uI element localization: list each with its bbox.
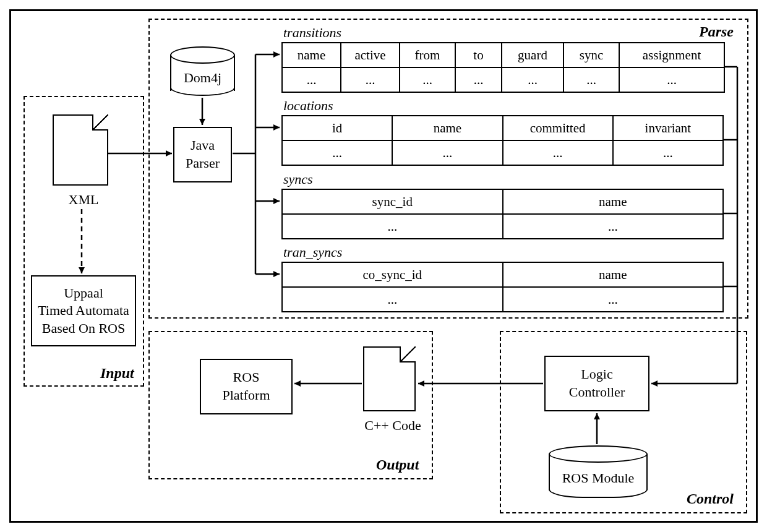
- th: name: [392, 116, 502, 140]
- th: sync_id: [282, 189, 503, 214]
- th: co_sync_id: [282, 262, 503, 287]
- syncs-title: syncs: [283, 171, 313, 187]
- uppaal-line2: Timed Automata: [38, 302, 129, 320]
- ros-platform-node: ROS Platform: [200, 359, 293, 414]
- th: guard: [502, 43, 563, 67]
- td: ...: [619, 67, 724, 92]
- td: ...: [400, 67, 455, 92]
- logic-controller-node: Logic Controller: [544, 356, 649, 411]
- region-output-label: Output: [376, 457, 419, 473]
- locations-table: id name committed invariant ... ... ... …: [281, 115, 724, 166]
- td: ...: [503, 287, 724, 312]
- ros-platform-l2: Platform: [223, 387, 270, 405]
- xml-file-icon: [53, 114, 108, 186]
- th: invariant: [613, 116, 723, 140]
- dom4j-db-icon: Dom4j: [170, 46, 235, 96]
- td: ...: [502, 67, 563, 92]
- th: name: [282, 43, 341, 67]
- th: to: [455, 43, 502, 67]
- logic-l1: Logic: [581, 366, 612, 384]
- dom4j-label: Dom4j: [170, 70, 235, 86]
- td: ...: [282, 287, 503, 312]
- th: from: [400, 43, 455, 67]
- logic-l2: Controller: [569, 384, 625, 401]
- transitions-table: name active from to guard sync assignmen…: [281, 42, 725, 93]
- locations-title: locations: [283, 98, 333, 114]
- td: ...: [282, 67, 341, 92]
- th: id: [282, 116, 392, 140]
- th: sync: [563, 43, 619, 67]
- th: name: [503, 262, 724, 287]
- td: ...: [455, 67, 502, 92]
- tran-syncs-table: co_sync_id name ... ...: [281, 262, 724, 312]
- td: ...: [563, 67, 619, 92]
- th: assignment: [619, 43, 724, 67]
- td: ...: [282, 214, 503, 239]
- java-parser-l2: Parser: [186, 155, 220, 173]
- cpp-label: C++ Code: [359, 418, 427, 434]
- td: ...: [282, 140, 392, 165]
- td: ...: [392, 140, 502, 165]
- td: ...: [503, 214, 724, 239]
- ros-module-db-icon: ROS Module: [549, 445, 648, 498]
- uppaal-line1: Uppaal: [64, 285, 103, 302]
- ros-platform-l1: ROS: [233, 369, 260, 387]
- th: committed: [503, 116, 613, 140]
- th: name: [503, 189, 724, 214]
- td: ...: [613, 140, 723, 165]
- xml-label: XML: [65, 192, 102, 208]
- td: ...: [341, 67, 400, 92]
- ros-module-label: ROS Module: [549, 470, 648, 486]
- td: ...: [503, 140, 613, 165]
- region-parse-label: Parse: [699, 24, 734, 40]
- region-control-label: Control: [687, 491, 734, 507]
- uppaal-line3: Based On ROS: [42, 320, 125, 338]
- cpp-file-icon: [363, 346, 416, 411]
- region-input-label: Input: [100, 365, 134, 382]
- uppaal-node: Uppaal Timed Automata Based On ROS: [31, 275, 136, 346]
- tran-syncs-title: tran_syncs: [283, 244, 342, 260]
- java-parser-node: Java Parser: [173, 127, 232, 182]
- syncs-table: sync_id name ... ...: [281, 189, 724, 239]
- transitions-title: transitions: [283, 25, 341, 41]
- java-parser-l1: Java: [191, 137, 215, 155]
- th: active: [341, 43, 400, 67]
